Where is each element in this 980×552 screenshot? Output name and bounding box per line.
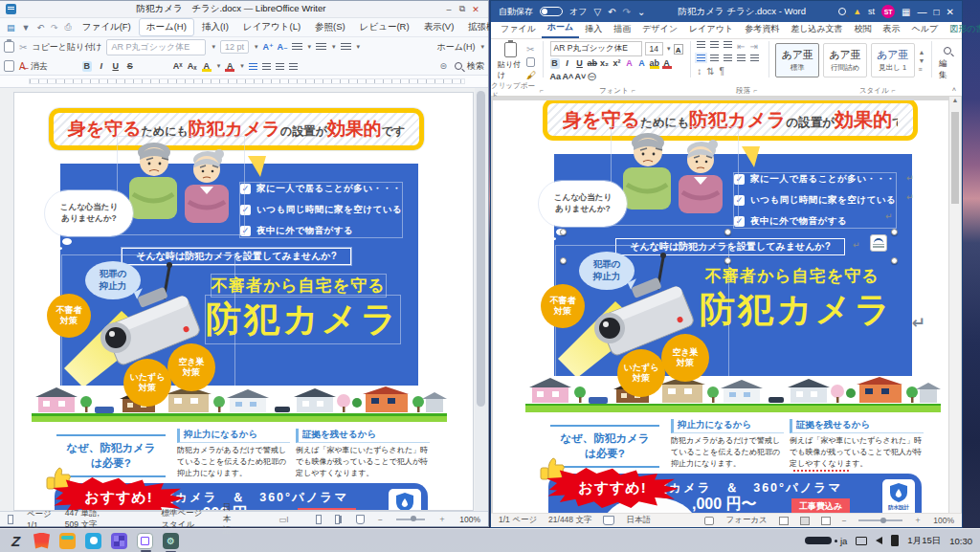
zoom-out-button[interactable]: − [842, 516, 847, 525]
align-left-icon[interactable] [697, 55, 705, 61]
grow-font-icon[interactable]: A⁺ [263, 42, 273, 53]
word-document-area[interactable]: 身を守るためにも防犯カメラの設置が効果的です こんな心当たりありませんか? [491, 97, 962, 513]
save-icon[interactable]: ▽ [593, 7, 601, 17]
flyer-blue-panel[interactable]: こんな心当たりありませんか? [554, 154, 912, 376]
print-icon[interactable]: ⎙ [62, 22, 75, 33]
word-tab-home[interactable]: ホーム [542, 19, 579, 38]
word-tab-draw[interactable]: 描画 [608, 21, 636, 38]
read-mode-icon[interactable] [779, 517, 789, 525]
paste-button[interactable]: 貼り付け [498, 42, 523, 80]
dialog-launcher-icon[interactable]: ⌐ [632, 87, 635, 94]
word-tab-mailings[interactable]: 差し込み文書 [785, 21, 848, 38]
web-layout-icon[interactable] [821, 517, 831, 525]
strikethrough-button[interactable]: ab [588, 58, 597, 69]
multilevel-list-icon[interactable] [724, 41, 732, 48]
software-store-icon[interactable] [111, 533, 127, 549]
bullet-list-icon[interactable] [697, 41, 705, 48]
word-vertical-scrollbar[interactable]: ▲ [949, 97, 961, 513]
page-indicator[interactable]: ページ 1/1 [27, 509, 52, 530]
page-indicator[interactable]: 1/1 ページ [499, 515, 537, 526]
align-justify-icon[interactable] [737, 55, 746, 61]
zoom-level[interactable]: 100% [459, 515, 480, 524]
font-size-box[interactable]: 12 pt [220, 40, 249, 54]
search-icon[interactable] [455, 62, 462, 70]
print-layout-icon[interactable] [800, 517, 810, 525]
selection-handle[interactable] [560, 229, 567, 235]
character-shading-icon[interactable]: Aa [550, 72, 560, 82]
align-center-icon[interactable] [262, 63, 271, 70]
battery-icon[interactable] [891, 535, 899, 546]
highlight-color-button[interactable]: A [202, 61, 212, 72]
app-menu-icon[interactable]: Z [8, 533, 24, 549]
italic-button[interactable]: I [563, 58, 572, 69]
layout-options-button[interactable] [870, 234, 887, 252]
selection-handle[interactable] [891, 229, 898, 235]
dialog-launcher-icon[interactable]: ⌐ [892, 87, 896, 94]
redo-icon[interactable]: ↷ [623, 7, 631, 17]
selection-handle[interactable] [891, 257, 898, 264]
style-no-spacing[interactable]: あア亜 行間詰め [823, 43, 867, 77]
style-heading1[interactable]: あア亜 見出し 1 [871, 43, 915, 77]
proofing-icon[interactable] [603, 516, 614, 525]
book-view-icon[interactable] [356, 515, 364, 524]
word-tab-file[interactable]: ファイル [495, 21, 542, 38]
writer-tab-insert[interactable]: 挿入(I) [195, 19, 235, 35]
copy-icon[interactable] [526, 57, 535, 67]
tray-date[interactable]: 1月15日 [907, 535, 941, 547]
close-button[interactable]: ✕ [947, 7, 954, 17]
superscript-button[interactable]: Aˣ [173, 61, 183, 72]
selection-handle[interactable] [724, 229, 731, 235]
search-icon[interactable] [838, 8, 846, 15]
settings-app-icon[interactable]: ⚙ [163, 533, 179, 549]
minimize-button[interactable]: – [442, 5, 456, 14]
files-app-icon[interactable] [59, 533, 76, 549]
warning-icon[interactable]: ▲ [853, 7, 861, 16]
writer-vertical-scrollbar[interactable] [475, 88, 487, 511]
zoom-in-button[interactable]: ＋ [438, 514, 447, 525]
undo-icon[interactable]: ↶ [608, 7, 615, 17]
style-normal[interactable]: あア亜 標準 [775, 43, 819, 77]
zoom-slider[interactable] [396, 519, 425, 520]
word-tab-review[interactable]: 校閲 [849, 21, 878, 38]
zoom-level[interactable]: 100% [933, 516, 954, 525]
outline-list-icon[interactable] [341, 43, 351, 51]
bold-button[interactable]: B [550, 58, 560, 69]
clear-formatting-label[interactable]: 消去 [31, 60, 48, 73]
account-avatar[interactable]: ST [881, 5, 895, 18]
minimize-button[interactable]: — [918, 7, 927, 17]
writer-titlebar[interactable]: 防犯カメラ チラシ.docx — LibreOffice Writer – ⧉ … [0, 1, 488, 18]
close-button[interactable]: ✕ [469, 5, 482, 14]
maximize-button[interactable]: □ [934, 7, 940, 17]
line-spacing-icon[interactable]: ↕ [697, 66, 702, 77]
styles-more-icon[interactable]: ≡ [919, 66, 925, 73]
writer-tab-file[interactable]: ファイル(F) [76, 19, 138, 35]
writer-tab-view[interactable]: 表示(V) [417, 19, 461, 35]
statusbar-doc-icon[interactable] [8, 515, 13, 524]
word-count[interactable]: 447 単語, 509 文字 [65, 508, 110, 531]
focus-mode-label[interactable]: フォーカス [725, 515, 767, 526]
search-icon[interactable] [944, 47, 951, 55]
align-left-icon[interactable] [249, 63, 257, 70]
align-right-icon[interactable] [276, 63, 284, 70]
horizontal-ruler[interactable] [0, 76, 488, 88]
collapse-ribbon-icon[interactable]: ˄ [952, 85, 962, 96]
cut-icon[interactable]: ✂ [526, 44, 536, 55]
writer-document-area[interactable]: 身を守るためにも防犯カメラの設置が効果的です こんな心当たりありませんか? [0, 88, 488, 511]
home-context-menu[interactable]: ホーム(H) [437, 41, 476, 54]
brave-browser-icon[interactable] [33, 533, 50, 549]
search-label[interactable]: 検索 [467, 60, 484, 73]
chevron-down-icon[interactable]: ▾ [212, 43, 215, 51]
zoom-in-button[interactable]: ＋ [914, 515, 923, 526]
increase-indent-icon[interactable]: ⇥ [750, 41, 758, 52]
display-icon[interactable] [856, 537, 867, 545]
word-tab-design[interactable]: デザイン [636, 21, 683, 38]
paste-label[interactable]: コピーと貼り付け [32, 41, 101, 54]
styles-down-icon[interactable]: ▼ [919, 57, 925, 64]
paste-icon[interactable] [4, 41, 14, 53]
zoom-out-button[interactable]: − [378, 515, 383, 524]
ribbon-display-icon[interactable]: ▦ [902, 7, 910, 17]
strikethrough-button[interactable]: S [125, 61, 135, 72]
word-tab-references[interactable]: 参考資料 [739, 21, 785, 38]
numbered-list-icon[interactable] [710, 41, 719, 48]
writer-tab-references[interactable]: 参照(S) [308, 19, 352, 35]
